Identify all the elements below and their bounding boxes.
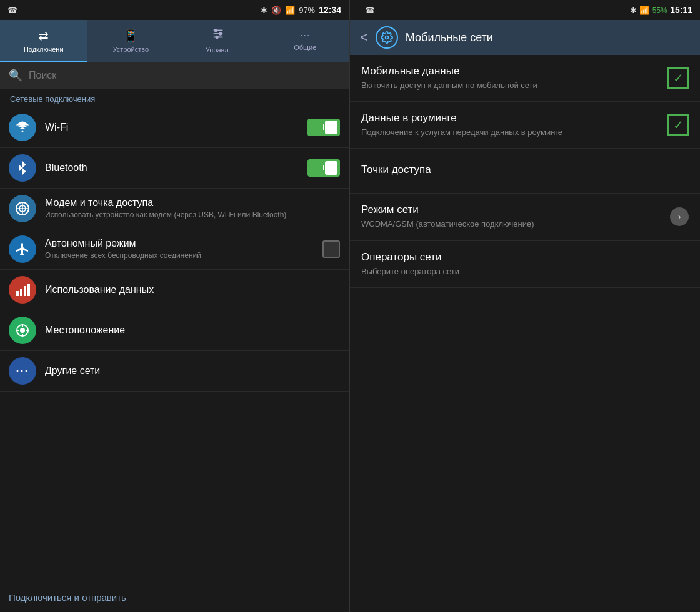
airplane-title: Автономный режим xyxy=(45,237,322,249)
right-status-bar: ☎ ✱ 📶 55% 15:11 xyxy=(350,0,700,20)
svg-rect-12 xyxy=(24,286,26,296)
device-tab-icon: 📱 xyxy=(123,28,139,43)
mobile-data-check[interactable]: ✓ xyxy=(668,67,689,89)
wifi-toggle[interactable]: I xyxy=(308,119,340,136)
phone-icon: ☎ xyxy=(8,6,18,15)
other-title: Другие сети xyxy=(45,365,340,377)
svg-point-5 xyxy=(216,36,218,39)
airplane-checkbox[interactable] xyxy=(322,240,340,258)
datausage-text: Использование данных xyxy=(45,284,340,295)
network-mode-arrow[interactable]: › xyxy=(670,207,689,226)
bluetooth-title: Bluetooth xyxy=(45,162,308,174)
tabs-row: ⇄ Подключени 📱 Устройство Управл. xyxy=(0,20,349,62)
access-points-title: Точки доступа xyxy=(361,164,689,176)
svg-rect-13 xyxy=(28,284,30,296)
list-item-bluetooth[interactable]: Bluetooth I xyxy=(0,148,349,189)
operators-title: Операторы сети xyxy=(361,251,689,264)
svg-point-4 xyxy=(219,32,222,35)
roaming-check[interactable]: ✓ xyxy=(668,114,689,136)
network-mode-subtitle: WCDMA/GSM (автоматическое подключение) xyxy=(361,219,670,230)
svg-point-3 xyxy=(214,29,217,32)
right-header: < Мобильные сети xyxy=(350,20,700,55)
tab-device[interactable]: 📱 Устройство xyxy=(88,20,175,62)
roaming-subtitle: Подключение к услугам передачи данных в … xyxy=(361,127,668,138)
operators-subtitle: Выберите оператора сети xyxy=(361,266,689,277)
modem-text: Модем и точка доступа Использовать устро… xyxy=(45,197,340,220)
location-icon xyxy=(9,317,36,344)
location-text: Местоположение xyxy=(45,324,340,336)
svg-point-20 xyxy=(385,36,388,39)
other-text: Другие сети xyxy=(45,365,340,377)
left-status-icons: ☎ xyxy=(8,6,18,15)
right-time: 15:11 xyxy=(670,5,692,15)
wifi-text: Wi-Fi xyxy=(45,121,308,133)
location-title: Местоположение xyxy=(45,324,340,336)
svg-rect-11 xyxy=(20,289,22,296)
bluetooth-toggle[interactable]: I xyxy=(308,159,340,177)
right-battery: 55% xyxy=(652,6,668,15)
datausage-icon xyxy=(9,276,36,304)
modem-subtitle: Использовать устройство как модем (через… xyxy=(45,210,340,220)
bluetooth-status-icon: ✱ xyxy=(261,6,268,15)
datausage-title: Использование данных xyxy=(45,284,340,295)
settings-icon xyxy=(376,26,398,49)
left-time: 12:34 xyxy=(319,5,341,15)
search-bar: 🔍 xyxy=(0,62,349,89)
other-icon: ··· xyxy=(9,357,36,385)
svg-point-15 xyxy=(20,328,25,333)
left-status-bar: ☎ ✱ 🔇 📶 97% 12:34 xyxy=(0,0,349,20)
right-left-status-icons: ☎ xyxy=(358,0,382,20)
connections-tab-label: Подключени xyxy=(24,46,64,53)
list-item-datausage[interactable]: Использование данных xyxy=(0,270,349,310)
bluetooth-icon xyxy=(9,154,36,182)
left-panel: ☎ ✱ 🔇 📶 97% 12:34 ⇄ Подключени 📱 Устройс… xyxy=(0,0,350,612)
signal-icon: 📶 xyxy=(285,6,295,15)
bottom-connect-item[interactable]: Подключиться и отправить xyxy=(0,583,349,612)
device-tab-label: Устройство xyxy=(112,46,149,53)
right-item-operators[interactable]: Операторы сети Выберите оператора сети xyxy=(350,241,700,288)
network-mode-title: Режим сети xyxy=(361,204,670,216)
right-item-mobile-data[interactable]: Мобильные данные Включить доступ к данны… xyxy=(350,55,700,102)
right-bt-icon: ✱ xyxy=(630,6,637,15)
svg-rect-10 xyxy=(16,291,19,296)
bottom-item-label: Подключиться и отправить xyxy=(9,592,126,603)
modem-title: Модем и точка доступа xyxy=(45,197,340,209)
general-tab-label: Общие xyxy=(294,44,316,51)
tab-general[interactable]: ··· Общие xyxy=(262,20,349,62)
mute-icon: 🔇 xyxy=(271,6,281,15)
connections-tab-icon: ⇄ xyxy=(38,28,49,43)
mobile-data-title: Мобильные данные xyxy=(361,65,668,77)
right-signal-icon: 📶 xyxy=(639,6,649,15)
tab-connections[interactable]: ⇄ Подключени xyxy=(0,20,88,62)
right-item-roaming[interactable]: Данные в роуминге Подключение к услугам … xyxy=(350,102,700,149)
right-item-network-mode[interactable]: Режим сети WCDMA/GSM (автоматическое под… xyxy=(350,194,700,240)
controls-tab-icon xyxy=(211,27,225,44)
access-points-text: Точки доступа xyxy=(361,164,689,179)
list-item-wifi[interactable]: Wi-Fi I xyxy=(0,107,349,148)
svg-point-6 xyxy=(22,131,24,132)
controls-tab-label: Управл. xyxy=(206,46,231,54)
list-item-other[interactable]: ··· Другие сети xyxy=(0,351,349,392)
network-mode-text: Режим сети WCDMA/GSM (автоматическое под… xyxy=(361,204,670,230)
general-tab-icon: ··· xyxy=(300,30,310,41)
list-item-location[interactable]: Местоположение xyxy=(0,310,349,351)
wifi-title: Wi-Fi xyxy=(45,121,308,133)
section-header-network: Сетевые подключения xyxy=(0,89,349,107)
airplane-text: Автономный режим Отключение всех беспров… xyxy=(45,237,322,261)
tab-controls[interactable]: Управл. xyxy=(174,20,262,62)
mobile-data-text: Мобильные данные Включить доступ к данны… xyxy=(361,65,668,91)
roaming-text: Данные в роуминге Подключение к услугам … xyxy=(361,112,668,138)
right-item-access-points[interactable]: Точки доступа xyxy=(350,149,700,194)
back-button[interactable]: < xyxy=(360,29,368,46)
airplane-subtitle: Отключение всех беспроводных соединений xyxy=(45,250,322,261)
operators-text: Операторы сети Выберите оператора сети xyxy=(361,251,689,277)
bluetooth-text: Bluetooth xyxy=(45,162,308,174)
search-input[interactable] xyxy=(29,70,340,81)
modem-icon xyxy=(9,195,36,222)
mobile-data-subtitle: Включить доступ к данным по мобильной се… xyxy=(361,80,668,91)
airplane-icon xyxy=(9,235,36,263)
list-item-airplane[interactable]: Автономный режим Отключение всех беспров… xyxy=(0,229,349,270)
wifi-icon xyxy=(9,114,36,141)
list-item-modem[interactable]: Модем и точка доступа Использовать устро… xyxy=(0,189,349,229)
right-header-title: Мобильные сети xyxy=(406,31,493,44)
